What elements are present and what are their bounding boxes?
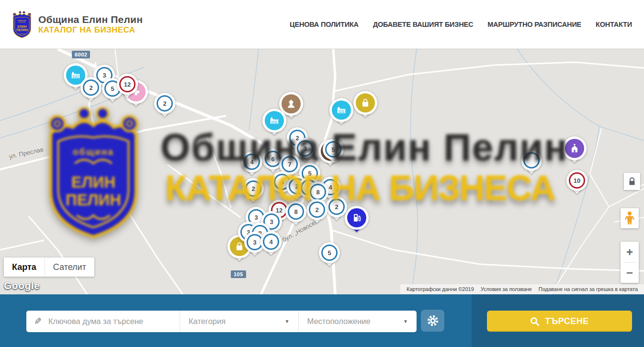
pegman-icon xyxy=(624,211,635,225)
main-nav: ЦЕНОВА ПОЛИТИКА ДОБАВЕТЕ ВАШИЯТ БИЗНЕС М… xyxy=(290,21,632,28)
google-logo[interactable]: Google xyxy=(4,280,40,291)
keyword-field-wrap: ✎ xyxy=(26,311,180,332)
cluster-count-label: 4 xyxy=(244,154,260,170)
attribution-map-data: Картографски данни ©2019 xyxy=(403,286,477,292)
road-number-chip: 6002 xyxy=(72,51,90,58)
cluster-count-label: 3 xyxy=(297,140,313,157)
worker-icon xyxy=(282,94,301,113)
map-type-map-button[interactable]: Карта xyxy=(4,257,45,277)
cluster-count-label: 7 xyxy=(282,156,298,172)
nav-pricing-policy[interactable]: ЦЕНОВА ПОЛИТИКА xyxy=(290,21,359,28)
cluster-count-label: 2 xyxy=(328,199,345,215)
site-subtitle: КАТАЛОГ НА БИЗНЕСА xyxy=(38,25,143,35)
municipality-crest-icon xyxy=(11,10,34,39)
pencil-icon: ✎ xyxy=(34,316,42,327)
factory-icon xyxy=(332,101,351,120)
cluster-count-label: 8 xyxy=(288,203,304,220)
map-attribution: Картографски данни ©2019 Условия за полз… xyxy=(400,284,644,294)
chevron-down-icon: ▼ xyxy=(403,319,408,324)
church-icon xyxy=(565,139,584,158)
map-type-satellite-button[interactable]: Сателит xyxy=(45,257,94,277)
location-select[interactable]: Местоположение ▼ xyxy=(298,311,417,332)
cluster-count-label: 10 xyxy=(569,172,585,189)
search-bar: ✎ Категория ▼ Местоположение ▼ ТЪРСЕНЕ xyxy=(0,294,644,347)
cluster-count-label: 2 xyxy=(83,79,99,96)
keyword-search-input[interactable] xyxy=(47,316,159,326)
site-header: Община Елин Пелин КАТАЛОГ НА БИЗНЕСА ЦЕН… xyxy=(0,0,644,49)
fuel-icon xyxy=(347,208,366,227)
category-select[interactable]: Категория ▼ xyxy=(180,311,298,332)
cluster-count-label: 2 xyxy=(245,180,261,197)
search-button-panel: ТЪРСЕНЕ xyxy=(472,294,644,347)
street-view-pegman-button[interactable] xyxy=(621,208,639,228)
chevron-down-icon: ▼ xyxy=(285,319,290,324)
map-type-control: Карта Сателит xyxy=(4,257,94,277)
google-map[interactable]: 6002105 ул. Преславбул. „Новосел 3251222… xyxy=(0,49,644,294)
cluster-count-label xyxy=(523,152,540,168)
cluster-count-label: 2 xyxy=(309,201,325,218)
site-logo[interactable]: Община Елин Пелин КАТАЛОГ НА БИЗНЕСА xyxy=(11,10,143,39)
nav-contacts[interactable]: КОНТАКТИ xyxy=(596,21,632,28)
nav-add-business[interactable]: ДОБАВЕТЕ ВАШИЯТ БИЗНЕС xyxy=(373,21,473,28)
bag-icon xyxy=(356,93,375,112)
site-title: Община Елин Пелин xyxy=(38,14,143,25)
nav-route-schedule[interactable]: МАРШРУТНО РАЗПИСАНИЕ xyxy=(487,21,581,28)
zoom-in-button[interactable]: + xyxy=(621,242,639,262)
cluster-count-label: 2 xyxy=(157,95,173,112)
location-select-value: Местоположение xyxy=(307,317,371,326)
factory-icon xyxy=(265,111,284,130)
lock-icon xyxy=(628,177,636,186)
zoom-control: + − xyxy=(621,242,639,283)
cluster-count-label: 12 xyxy=(119,76,136,92)
road-number-chip: 105 xyxy=(231,270,246,278)
attribution-report-error-link[interactable]: Подаване на сигнал за грешка в картата xyxy=(535,286,641,292)
zoom-out-button[interactable]: − xyxy=(621,263,639,283)
search-button-label: ТЪРСЕНЕ xyxy=(545,316,589,326)
cluster-count-label: 4 xyxy=(263,234,279,250)
gear-icon xyxy=(427,314,439,327)
map-lock-button[interactable] xyxy=(624,173,640,190)
search-submit-button[interactable]: ТЪРСЕНЕ xyxy=(487,311,632,332)
cluster-count-label: 8 xyxy=(310,184,326,200)
cluster-count-label: 6 xyxy=(265,151,281,167)
advanced-settings-button[interactable] xyxy=(421,310,444,332)
attribution-terms-link[interactable]: Условия за ползване xyxy=(477,286,535,292)
cluster-count-label: 5 xyxy=(325,141,341,157)
search-fields-group: ✎ Категория ▼ Местоположение ▼ xyxy=(26,311,417,332)
cluster-count-label: 5 xyxy=(321,245,338,261)
search-icon xyxy=(530,317,539,326)
category-select-value: Категория xyxy=(189,317,226,326)
